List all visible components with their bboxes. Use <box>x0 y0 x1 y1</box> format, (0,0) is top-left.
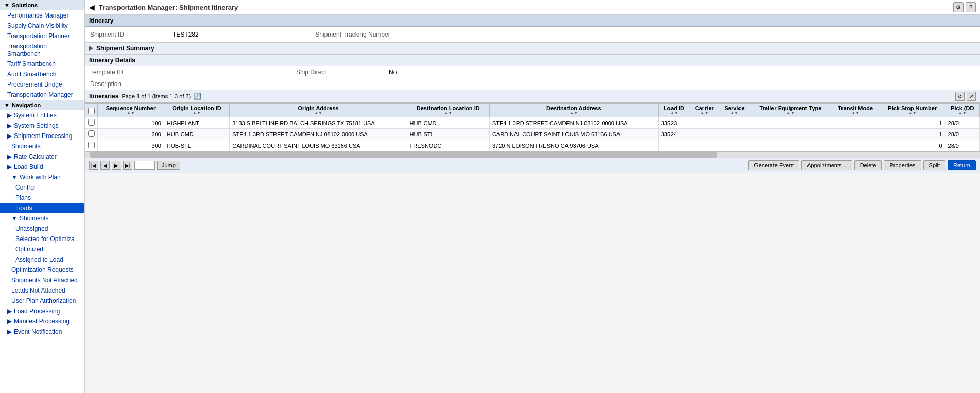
description-label: Description <box>90 80 121 88</box>
sidebar-item-plans[interactable]: Plans <box>0 193 84 203</box>
first-page-btn[interactable]: |◀ <box>89 161 98 170</box>
sidebar-item-transport-planner[interactable]: Transportation Planner <box>0 31 84 41</box>
shipments-sub-arrow: ▼ <box>11 215 18 222</box>
horizontal-scrollbar[interactable] <box>85 151 980 158</box>
settings-icon[interactable]: ⚙ <box>953 2 964 12</box>
sidebar-item-unassigned[interactable]: Unassigned <box>0 224 84 234</box>
sidebar-item-loads-not-attached[interactable]: Loads Not Attached <box>0 285 84 296</box>
col-load-id: Load ID ▲▼ <box>658 104 690 117</box>
row-checkbox-1[interactable] <box>88 130 95 137</box>
work-with-plan-arrow: ▼ <box>11 174 18 181</box>
cell-carrier <box>690 129 719 140</box>
back-button[interactable]: ◀ <box>89 3 95 11</box>
sidebar-item-optimization-requests[interactable]: Optimization Requests <box>0 265 84 275</box>
col-dest-loc: Destination Location ID ▲▼ <box>407 104 489 117</box>
cell-pick-dd: 28/0 <box>945 140 979 151</box>
cell-seq: 300 <box>98 140 164 151</box>
sidebar-item-assigned-to-load[interactable]: Assigned to Load <box>0 254 84 265</box>
help-icon[interactable]: ? <box>966 2 976 12</box>
navigation-header: ▼ Navigation <box>0 100 84 110</box>
prev-page-btn[interactable]: ◀ <box>100 161 110 170</box>
template-id-label: Template ID <box>90 69 173 76</box>
page-info: Page 1 of 1 (Items 1-3 of 3) <box>122 93 191 99</box>
sidebar-item-transport-manager[interactable]: Transportation Manager <box>0 90 84 100</box>
generate-event-button[interactable]: Generate Event <box>748 160 799 170</box>
toolbar-reload-btn[interactable]: ↺ <box>955 92 965 101</box>
cell-pick-dd: 28/0 <box>945 129 979 140</box>
row-checkbox-cell <box>85 117 98 129</box>
col-carrier: Carrier ▲▼ <box>690 104 719 117</box>
col-dest-addr: Destination Address ▲▼ <box>489 104 658 117</box>
sidebar-item-supply-chain[interactable]: Supply Chain Visibility <box>0 21 84 31</box>
cell-carrier <box>690 117 719 129</box>
sidebar-item-control[interactable]: Control <box>0 182 84 193</box>
sidebar-item-system-settings[interactable]: ▶ System Settings <box>0 121 84 131</box>
cell-origin-addr: CARDINAL COURT SAINT LOUIS MO 63166 USA <box>230 140 407 151</box>
sidebar-item-shipments-not-attached[interactable]: Shipments Not Attached <box>0 275 84 285</box>
sidebar-item-system-entities[interactable]: ▶ System Entities <box>0 110 84 121</box>
cell-load-id <box>658 140 690 151</box>
toolbar-expand-btn[interactable]: ⤢ <box>967 92 976 101</box>
sidebar-item-performance-manager[interactable]: Performance Manager <box>0 10 84 21</box>
cell-dest-loc: HUB-STL <box>407 129 489 140</box>
next-page-btn[interactable]: ▶ <box>112 161 121 170</box>
itineraries-toolbar: Itineraries Page 1 of 1 (Items 1-3 of 3)… <box>85 90 980 103</box>
properties-button[interactable]: Properties <box>884 160 921 170</box>
topbar: ◀ Transportation Manager: Shipment Itine… <box>85 0 980 15</box>
cell-origin-loc: HUB-STL <box>164 140 229 151</box>
itinerary-body: Shipment ID TEST282 Shipment Tracking Nu… <box>85 27 980 43</box>
shipment-summary-header[interactable]: Shipment Summary <box>85 43 980 55</box>
table-row: 300 HUB-STL CARDINAL COURT SAINT LOUIS M… <box>85 140 980 151</box>
toolbar-left: Itineraries Page 1 of 1 (Items 1-3 of 3)… <box>89 93 201 100</box>
sidebar-item-tariff-smartbench[interactable]: Tariff Smartbench <box>0 59 84 69</box>
cell-carrier <box>690 140 719 151</box>
row-checkbox-cell <box>85 140 98 151</box>
split-button[interactable]: Split <box>923 160 945 170</box>
sidebar-item-optimized[interactable]: Optimized <box>0 244 84 254</box>
cell-load-id: 33524 <box>658 129 690 140</box>
sidebar-item-work-with-plan[interactable]: ▼ Work with Plan <box>0 172 84 182</box>
sidebar-item-procurement-bridge[interactable]: Procurement Bridge <box>0 79 84 90</box>
itinerary-details-header: Itinerary Details <box>85 55 980 66</box>
sidebar-item-event-notification[interactable]: ▶ Event Notification <box>0 327 84 337</box>
sidebar-item-selected-optima[interactable]: Selected for Optimiza <box>0 234 84 244</box>
cell-transit-mode <box>831 117 880 129</box>
page-number-input[interactable] <box>134 161 155 170</box>
appointments-button[interactable]: Appointments... <box>801 160 852 170</box>
sidebar-item-shipments-sub[interactable]: ▼ Shipments <box>0 213 84 224</box>
col-service: Service ▲▼ <box>719 104 750 117</box>
content-area: Itinerary Shipment ID TEST282 Shipment T… <box>85 15 980 393</box>
sidebar-item-load-build[interactable]: ▶ Load Build <box>0 162 84 172</box>
shipment-processing-arrow: ▶ <box>7 132 12 140</box>
ship-direct-label: Ship Direct <box>296 69 379 76</box>
cell-service <box>719 117 750 129</box>
select-all-checkbox[interactable] <box>88 108 95 114</box>
rate-calc-arrow: ▶ <box>7 153 12 160</box>
sidebar-item-user-plan-auth[interactable]: User Plan Authorization <box>0 296 84 306</box>
cell-origin-loc: HUB-CMD <box>164 129 229 140</box>
sidebar-item-transport-smartbench[interactable]: Transportation Smartbench <box>0 41 84 59</box>
cell-pick-stop: 1 <box>880 129 945 140</box>
delete-button[interactable]: Delete <box>854 160 882 170</box>
itineraries-label: Itineraries <box>89 93 118 100</box>
cell-trailer-equip <box>750 140 831 151</box>
cell-dest-loc: FRESNODC <box>407 140 489 151</box>
description-row: Description <box>85 78 980 90</box>
jump-button[interactable]: Jump <box>157 161 180 170</box>
last-page-btn[interactable]: ▶| <box>123 161 132 170</box>
system-entities-arrow: ▶ <box>7 112 12 119</box>
sidebar-item-loads[interactable]: Loads <box>0 203 84 213</box>
row-checkbox-0[interactable] <box>88 119 95 126</box>
refresh-icon[interactable]: 🔄 <box>194 93 201 100</box>
sidebar-item-load-processing[interactable]: ▶ Load Processing <box>0 306 84 316</box>
shipment-id-value: TEST282 <box>173 31 276 38</box>
pagination-controls: |◀ ◀ ▶ ▶| Jump <box>89 161 180 170</box>
event-notification-arrow: ▶ <box>7 328 12 335</box>
return-button[interactable]: Return <box>948 160 976 170</box>
row-checkbox-2[interactable] <box>88 142 95 148</box>
sidebar-item-manifest-processing[interactable]: ▶ Manifest Processing <box>0 316 84 327</box>
sidebar-item-shipment-processing[interactable]: ▶ Shipment Processing <box>0 131 84 141</box>
sidebar-item-shipments[interactable]: Shipments <box>0 141 84 151</box>
sidebar-item-audit-smartbench[interactable]: Audit Smartbench <box>0 69 84 79</box>
sidebar-item-rate-calculator[interactable]: ▶ Rate Calculator <box>0 151 84 162</box>
